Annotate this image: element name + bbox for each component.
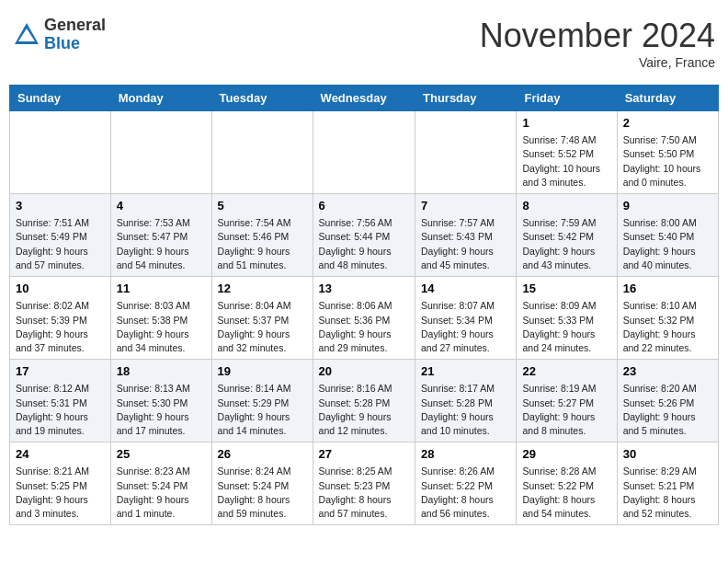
table-row: 23Sunrise: 8:20 AM Sunset: 5:26 PM Dayli…: [617, 360, 718, 442]
col-friday: Friday: [517, 86, 617, 111]
day-number: 30: [623, 446, 712, 463]
calendar-week-row: 17Sunrise: 8:12 AM Sunset: 5:31 PM Dayli…: [10, 360, 719, 442]
col-monday: Monday: [110, 86, 211, 111]
day-info: Sunrise: 8:28 AM Sunset: 5:22 PM Dayligh…: [522, 465, 610, 521]
day-number: 4: [117, 198, 206, 214]
day-info: Sunrise: 8:14 AM Sunset: 5:29 PM Dayligh…: [218, 382, 307, 438]
day-info: Sunrise: 8:10 AM Sunset: 5:32 PM Dayligh…: [623, 299, 712, 355]
table-row: [313, 111, 415, 194]
table-row: 8Sunrise: 7:59 AM Sunset: 5:42 PM Daylig…: [517, 194, 617, 277]
day-number: 25: [117, 446, 206, 463]
day-number: 28: [421, 446, 510, 463]
table-row: [110, 111, 211, 194]
day-info: Sunrise: 8:09 AM Sunset: 5:33 PM Dayligh…: [522, 299, 610, 355]
day-number: 23: [623, 363, 712, 380]
day-number: 27: [319, 446, 409, 463]
logo: General Blue: [13, 17, 106, 53]
day-number: 5: [218, 198, 307, 214]
table-row: 15Sunrise: 8:09 AM Sunset: 5:33 PM Dayli…: [517, 277, 617, 360]
calendar-week-row: 24Sunrise: 8:21 AM Sunset: 5:25 PM Dayli…: [10, 442, 719, 525]
title-block: November 2024 Vaire, France: [480, 17, 715, 70]
col-sunday: Sunday: [10, 86, 111, 111]
col-wednesday: Wednesday: [313, 86, 415, 111]
table-row: 17Sunrise: 8:12 AM Sunset: 5:31 PM Dayli…: [10, 360, 111, 442]
day-number: 7: [421, 198, 510, 214]
col-saturday: Saturday: [617, 86, 718, 111]
day-info: Sunrise: 8:19 AM Sunset: 5:27 PM Dayligh…: [522, 382, 610, 438]
table-row: 20Sunrise: 8:16 AM Sunset: 5:28 PM Dayli…: [313, 360, 415, 442]
table-row: 25Sunrise: 8:23 AM Sunset: 5:24 PM Dayli…: [110, 442, 211, 525]
table-row: 21Sunrise: 8:17 AM Sunset: 5:28 PM Dayli…: [415, 360, 517, 442]
location: Vaire, France: [480, 55, 715, 70]
day-number: 19: [218, 363, 307, 380]
table-row: 22Sunrise: 8:19 AM Sunset: 5:27 PM Dayli…: [517, 360, 617, 442]
day-number: 15: [522, 281, 610, 297]
day-number: 26: [218, 446, 307, 463]
day-number: 24: [16, 446, 105, 463]
table-row: 12Sunrise: 8:04 AM Sunset: 5:37 PM Dayli…: [211, 277, 313, 360]
calendar-table: Sunday Monday Tuesday Wednesday Thursday…: [9, 85, 719, 525]
day-info: Sunrise: 7:57 AM Sunset: 5:43 PM Dayligh…: [421, 216, 510, 272]
logo-general: General: [44, 17, 106, 35]
table-row: 2Sunrise: 7:50 AM Sunset: 5:50 PM Daylig…: [617, 111, 718, 194]
day-number: 1: [522, 115, 610, 132]
day-info: Sunrise: 8:02 AM Sunset: 5:39 PM Dayligh…: [16, 299, 105, 355]
day-info: Sunrise: 7:53 AM Sunset: 5:47 PM Dayligh…: [117, 216, 206, 272]
table-row: 30Sunrise: 8:29 AM Sunset: 5:21 PM Dayli…: [617, 442, 718, 525]
month-title: November 2024: [480, 17, 715, 55]
table-row: 29Sunrise: 8:28 AM Sunset: 5:22 PM Dayli…: [517, 442, 617, 525]
day-info: Sunrise: 7:48 AM Sunset: 5:52 PM Dayligh…: [522, 133, 610, 190]
day-info: Sunrise: 7:56 AM Sunset: 5:44 PM Dayligh…: [319, 216, 409, 272]
day-info: Sunrise: 8:16 AM Sunset: 5:28 PM Dayligh…: [319, 382, 409, 438]
day-info: Sunrise: 8:06 AM Sunset: 5:36 PM Dayligh…: [319, 299, 409, 355]
table-row: 9Sunrise: 8:00 AM Sunset: 5:40 PM Daylig…: [617, 194, 718, 277]
day-number: 8: [522, 198, 610, 214]
day-number: 12: [218, 281, 307, 297]
table-row: 19Sunrise: 8:14 AM Sunset: 5:29 PM Dayli…: [211, 360, 313, 442]
table-row: 4Sunrise: 7:53 AM Sunset: 5:47 PM Daylig…: [110, 194, 211, 277]
table-row: [10, 111, 111, 194]
day-number: 20: [319, 363, 409, 380]
table-row: 5Sunrise: 7:54 AM Sunset: 5:46 PM Daylig…: [211, 194, 313, 277]
day-number: 11: [117, 281, 206, 297]
day-number: 10: [16, 281, 105, 297]
day-info: Sunrise: 8:25 AM Sunset: 5:23 PM Dayligh…: [319, 465, 409, 521]
calendar-week-row: 10Sunrise: 8:02 AM Sunset: 5:39 PM Dayli…: [10, 277, 719, 360]
page-header: General Blue November 2024 Vaire, France: [9, 9, 719, 77]
day-info: Sunrise: 8:29 AM Sunset: 5:21 PM Dayligh…: [623, 465, 712, 521]
table-row: 28Sunrise: 8:26 AM Sunset: 5:22 PM Dayli…: [415, 442, 517, 525]
table-row: 6Sunrise: 7:56 AM Sunset: 5:44 PM Daylig…: [313, 194, 415, 277]
day-info: Sunrise: 8:26 AM Sunset: 5:22 PM Dayligh…: [421, 465, 510, 521]
day-number: 16: [623, 281, 712, 297]
day-number: 29: [522, 446, 610, 463]
table-row: 14Sunrise: 8:07 AM Sunset: 5:34 PM Dayli…: [415, 277, 517, 360]
day-number: 18: [117, 363, 206, 380]
day-info: Sunrise: 7:50 AM Sunset: 5:50 PM Dayligh…: [623, 133, 712, 190]
table-row: [415, 111, 517, 194]
day-number: 13: [319, 281, 409, 297]
table-row: 24Sunrise: 8:21 AM Sunset: 5:25 PM Dayli…: [10, 442, 111, 525]
logo-icon: [13, 21, 40, 49]
calendar-week-row: 1Sunrise: 7:48 AM Sunset: 5:52 PM Daylig…: [10, 111, 719, 194]
day-info: Sunrise: 8:20 AM Sunset: 5:26 PM Dayligh…: [623, 382, 712, 438]
day-info: Sunrise: 7:54 AM Sunset: 5:46 PM Dayligh…: [218, 216, 307, 272]
calendar-header-row: Sunday Monday Tuesday Wednesday Thursday…: [10, 86, 719, 111]
day-info: Sunrise: 7:59 AM Sunset: 5:42 PM Dayligh…: [522, 216, 610, 272]
day-info: Sunrise: 8:07 AM Sunset: 5:34 PM Dayligh…: [421, 299, 510, 355]
col-thursday: Thursday: [415, 86, 517, 111]
table-row: 1Sunrise: 7:48 AM Sunset: 5:52 PM Daylig…: [517, 111, 617, 194]
day-number: 14: [421, 281, 510, 297]
day-number: 17: [16, 363, 105, 380]
day-info: Sunrise: 8:03 AM Sunset: 5:38 PM Dayligh…: [117, 299, 206, 355]
table-row: 13Sunrise: 8:06 AM Sunset: 5:36 PM Dayli…: [313, 277, 415, 360]
table-row: 11Sunrise: 8:03 AM Sunset: 5:38 PM Dayli…: [110, 277, 211, 360]
day-number: 6: [319, 198, 409, 214]
day-number: 2: [623, 115, 712, 132]
day-info: Sunrise: 8:13 AM Sunset: 5:30 PM Dayligh…: [117, 382, 206, 438]
day-number: 9: [623, 198, 712, 214]
logo-text: General Blue: [44, 17, 106, 53]
table-row: 27Sunrise: 8:25 AM Sunset: 5:23 PM Dayli…: [313, 442, 415, 525]
day-number: 3: [16, 198, 105, 214]
day-info: Sunrise: 8:12 AM Sunset: 5:31 PM Dayligh…: [16, 382, 105, 438]
day-info: Sunrise: 7:51 AM Sunset: 5:49 PM Dayligh…: [16, 216, 105, 272]
